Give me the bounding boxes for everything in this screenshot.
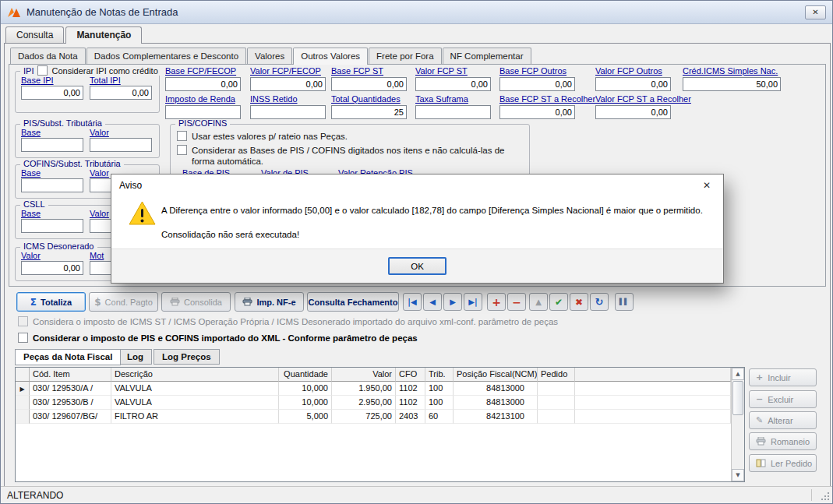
printer-icon: [170, 298, 180, 306]
cell-pedido: [538, 382, 575, 396]
scroll-down-icon[interactable]: ▼: [732, 469, 744, 481]
first-record-icon: |◀: [408, 298, 416, 306]
valor-fcp-st-recolher-input[interactable]: [595, 105, 671, 119]
cond-pagto-button[interactable]: $ Cond. Pagto: [89, 292, 158, 312]
ipi-credit-label: Considerar IPI como crédito: [51, 66, 157, 76]
tab-manutencao[interactable]: Manutenção: [65, 26, 142, 44]
taxa-suframa-input[interactable]: [415, 105, 491, 119]
dialog-close-button[interactable]: ✕: [690, 174, 723, 196]
col-header-pedido: Pedido: [538, 368, 575, 382]
tab-dados-complementares[interactable]: Dados Complementares e Desconto: [86, 48, 246, 64]
tab-pecas-da-nota-fiscal[interactable]: Peças da Nota Fiscal: [15, 349, 121, 365]
imp-nfe-button[interactable]: Imp. NF-e: [235, 292, 304, 312]
alterar-button[interactable]: ✎ Alterar: [749, 411, 817, 429]
pis-subst-valor-input[interactable]: [90, 138, 152, 152]
book-icon: [756, 459, 766, 467]
post-record-icon: ✔: [555, 297, 563, 308]
pis-subst-base-input[interactable]: [21, 138, 83, 152]
imposto-renda-input[interactable]: [165, 105, 241, 119]
icms-xml-checkrow: Considera o imposto de ICMS ST / ICMS Op…: [18, 316, 610, 327]
ipi-credit-checkbox[interactable]: [37, 65, 48, 76]
post-record-button[interactable]: ✔: [549, 293, 568, 311]
valor-fcp-outros-input[interactable]: [595, 77, 671, 91]
consolida-button[interactable]: Consolida: [161, 292, 231, 312]
close-icon: ✕: [812, 8, 818, 16]
refresh-record-icon: ↻: [595, 296, 604, 308]
tab-outros-valores[interactable]: Outros Valores: [293, 48, 368, 65]
group-ipi-title: IPI: [23, 66, 34, 76]
field-base-fcp-st-recolher: Base FCP ST a Recolher: [499, 94, 601, 119]
resize-grip[interactable]: [821, 492, 830, 501]
tab-dados-da-nota[interactable]: Dados da Nota: [10, 48, 86, 64]
scrollbar-thumb[interactable]: [732, 381, 743, 415]
icms-desonerado-motivo-label: Mot: [90, 251, 104, 260]
tab-consulta[interactable]: Consulta: [5, 26, 64, 43]
cell-ncm: 84213100: [454, 410, 538, 424]
tab-valores[interactable]: Valores: [247, 48, 292, 64]
col-header-ncm: Posição Fiscal(NCM): [454, 368, 538, 382]
grid-viewport: Cód. Item Descrição Quantidade Valor CFO…: [16, 368, 731, 481]
last-record-button[interactable]: ▶|: [464, 293, 482, 311]
tab-log-precos[interactable]: Log Preços: [154, 349, 220, 365]
incluir-button[interactable]: + Incluir: [749, 368, 817, 386]
valor-fcp-st-input[interactable]: [415, 77, 491, 91]
table-row[interactable]: ▶ 030/ 129530/A / VALVULA 10,000 1.950,0…: [16, 382, 731, 396]
statusbar: ALTERANDO: [1, 486, 832, 503]
window-title: Manutenção de Notas de Entrada: [26, 6, 178, 18]
first-record-button[interactable]: |◀: [403, 293, 422, 311]
cell-valor: 725,00: [332, 410, 396, 424]
group-pis-cofins-title: PIS/COFINS: [178, 118, 227, 128]
ok-button[interactable]: OK: [388, 257, 447, 275]
delete-record-button[interactable]: −: [507, 293, 526, 311]
base-ipi-input[interactable]: [21, 86, 83, 100]
pis-cofins-rateio-checkbox[interactable]: [177, 131, 187, 141]
prior-record-button[interactable]: ◀: [423, 293, 442, 311]
tab-nf-complementar[interactable]: NF Complementar: [443, 48, 531, 64]
refresh-record-button[interactable]: ↻: [590, 293, 609, 311]
base-fcp-outros-input[interactable]: [499, 77, 575, 91]
table-row[interactable]: 030/ 129607/BG/ FILTRO AR 5,000 725,00 2…: [16, 410, 731, 424]
col-header-cod-item: Cód. Item: [30, 368, 111, 382]
cell-cfo: 2403: [396, 410, 425, 424]
pis-cofins-xml-checkbox[interactable]: [18, 333, 28, 343]
next-record-button[interactable]: ▶: [443, 293, 462, 311]
scroll-up-icon[interactable]: ▲: [732, 368, 744, 380]
icms-desonerado-valor-input[interactable]: [21, 261, 83, 275]
base-fcp-st-input[interactable]: [331, 77, 407, 91]
cell-cfo: 1102: [396, 382, 425, 396]
excluir-button[interactable]: − Excluir: [749, 390, 817, 408]
valor-fcp-fecop-input[interactable]: [250, 77, 326, 91]
table-row[interactable]: 030/ 129530/B / VALVULA 10,000 2.950,00 …: [16, 396, 731, 410]
consulta-fechamento-button[interactable]: Consulta Fechamento: [307, 292, 399, 312]
base-fcp-st-recolher-input[interactable]: [499, 105, 575, 119]
vertical-scrollbar[interactable]: ▲ ▼: [731, 368, 744, 481]
inss-retido-input[interactable]: [250, 105, 326, 119]
cell-pedido: [538, 410, 575, 424]
cred-icms-simples-input[interactable]: [683, 77, 781, 91]
col-header-filler: [575, 368, 731, 382]
cancel-record-button[interactable]: ✖: [570, 293, 588, 311]
dialog-message-line1: A Diferença entre o valor informado [50,…: [161, 205, 719, 216]
pis-cofins-bases-checkbox[interactable]: [177, 145, 187, 155]
totaliza-button[interactable]: Σ Totaliza: [16, 292, 86, 312]
pause-button[interactable]: ▌▌: [615, 293, 634, 311]
cell-quantidade: 10,000: [279, 382, 332, 396]
total-ipi-input[interactable]: [90, 86, 152, 100]
ler-pedido-button[interactable]: Ler Pedido: [749, 454, 817, 472]
total-quantidades-input[interactable]: [331, 105, 407, 119]
cofins-subst-base-input[interactable]: [21, 178, 83, 192]
insert-record-button[interactable]: +: [487, 293, 506, 311]
window-close-button[interactable]: ✕: [805, 5, 826, 19]
base-fcp-fecop-input[interactable]: [165, 77, 241, 91]
romaneio-button[interactable]: Romaneio: [749, 432, 817, 450]
cell-cod-item: 030/ 129530/A /: [30, 382, 111, 396]
printer-icon: [756, 437, 766, 446]
tab-frete-por-fora[interactable]: Frete por Fora: [369, 48, 442, 64]
cell-descricao: FILTRO AR: [111, 410, 279, 424]
csll-base-input[interactable]: [21, 219, 83, 233]
main-tabs: Consulta Manutenção: [5, 26, 143, 44]
edit-record-button[interactable]: ▲: [529, 293, 548, 311]
icms-xml-checkbox[interactable]: [18, 316, 28, 326]
tab-log[interactable]: Log: [118, 349, 152, 365]
group-pis-subst: PIS/Subst. Tributária Base Valor: [15, 124, 160, 158]
